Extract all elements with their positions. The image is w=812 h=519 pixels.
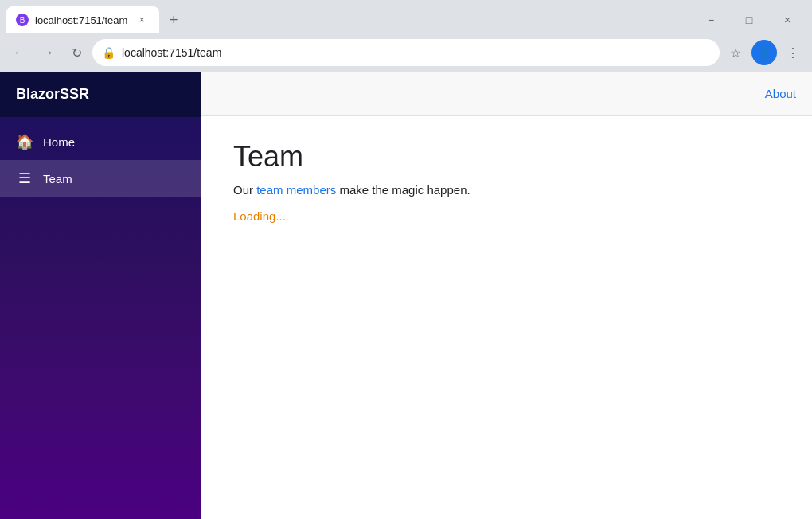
sidebar-item-team-label: Team bbox=[43, 172, 72, 185]
sidebar-item-team[interactable]: ☰ Team bbox=[0, 160, 201, 197]
about-link[interactable]: About bbox=[765, 87, 796, 100]
description-prefix: Our bbox=[233, 183, 256, 197]
profile-button[interactable]: 👤 bbox=[751, 40, 777, 65]
sidebar-item-home[interactable]: 🏠 Home bbox=[0, 123, 201, 160]
loading-text: Loading... bbox=[233, 209, 780, 223]
page-content: Team Our team members make the magic hap… bbox=[201, 116, 812, 519]
app-container: BlazorSSR 🏠 Home ☰ Team About Team Our t… bbox=[0, 72, 812, 519]
lock-icon: 🔒 bbox=[102, 46, 115, 59]
tab-favicon: B bbox=[16, 14, 29, 26]
window-controls: − □ × bbox=[693, 6, 806, 33]
back-button[interactable]: ← bbox=[6, 40, 32, 65]
new-tab-button[interactable]: + bbox=[162, 9, 185, 31]
close-window-button[interactable]: × bbox=[769, 6, 806, 33]
forward-button[interactable]: → bbox=[35, 40, 61, 65]
team-icon: ☰ bbox=[16, 170, 33, 187]
sidebar-item-home-label: Home bbox=[43, 135, 75, 149]
browser-chrome: B localhost:7151/team × + − □ × ← → ↻ 🔒 … bbox=[0, 0, 812, 72]
tab-bar: B localhost:7151/team × + − □ × bbox=[0, 0, 812, 33]
sidebar-brand: BlazorSSR bbox=[0, 72, 201, 117]
favicon-letter: B bbox=[20, 16, 25, 25]
browser-menu-button[interactable]: ⋮ bbox=[780, 40, 806, 65]
team-members-link[interactable]: team members bbox=[256, 183, 336, 197]
address-input[interactable] bbox=[122, 46, 710, 59]
description-suffix: make the magic happen. bbox=[336, 183, 470, 197]
minimize-button[interactable]: − bbox=[693, 6, 729, 33]
active-tab: B localhost:7151/team × bbox=[6, 6, 159, 33]
top-nav: About bbox=[201, 72, 812, 116]
main-content: About Team Our team members make the mag… bbox=[201, 72, 812, 519]
tab-close-button[interactable]: × bbox=[134, 12, 150, 28]
home-icon: 🏠 bbox=[16, 133, 33, 150]
tab-title: localhost:7151/team bbox=[35, 14, 127, 26]
page-title: Team bbox=[233, 140, 780, 174]
sidebar: BlazorSSR 🏠 Home ☰ Team bbox=[0, 72, 201, 519]
bookmark-button[interactable]: ☆ bbox=[723, 40, 748, 65]
page-description: Our team members make the magic happen. bbox=[233, 183, 780, 197]
address-bar: ← → ↻ 🔒 ☆ 👤 ⋮ bbox=[0, 33, 812, 72]
maximize-button[interactable]: □ bbox=[731, 6, 767, 33]
address-input-wrap: 🔒 bbox=[92, 39, 720, 66]
reload-button[interactable]: ↻ bbox=[64, 40, 89, 65]
sidebar-nav: 🏠 Home ☰ Team bbox=[0, 117, 201, 203]
